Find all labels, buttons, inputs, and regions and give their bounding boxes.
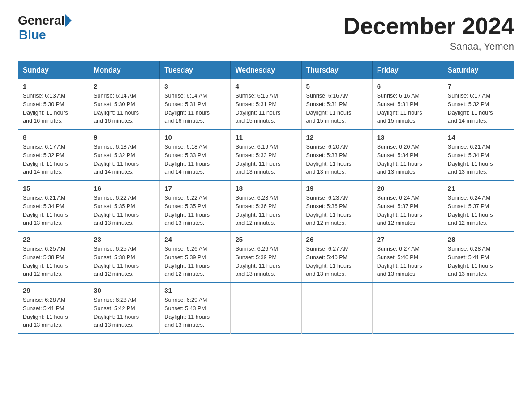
- day-cell: 15Sunrise: 6:21 AM Sunset: 5:34 PM Dayli…: [18, 180, 89, 231]
- day-cell: [372, 283, 443, 334]
- day-cell: 7Sunrise: 6:17 AM Sunset: 5:32 PM Daylig…: [443, 79, 514, 129]
- header-friday: Friday: [372, 62, 443, 79]
- week-row-3: 15Sunrise: 6:21 AM Sunset: 5:34 PM Dayli…: [18, 180, 514, 231]
- day-info: Sunrise: 6:25 AM Sunset: 5:38 PM Dayligh…: [94, 245, 155, 278]
- day-number: 12: [306, 133, 368, 141]
- day-info: Sunrise: 6:16 AM Sunset: 5:31 PM Dayligh…: [377, 92, 438, 125]
- day-cell: 11Sunrise: 6:19 AM Sunset: 5:33 PM Dayli…: [231, 129, 301, 180]
- day-number: 22: [23, 235, 84, 243]
- day-cell: 1Sunrise: 6:13 AM Sunset: 5:30 PM Daylig…: [18, 79, 89, 129]
- day-cell: 14Sunrise: 6:21 AM Sunset: 5:34 PM Dayli…: [443, 129, 514, 180]
- day-info: Sunrise: 6:21 AM Sunset: 5:34 PM Dayligh…: [23, 194, 84, 227]
- day-info: Sunrise: 6:27 AM Sunset: 5:40 PM Dayligh…: [377, 245, 438, 278]
- day-cell: 27Sunrise: 6:27 AM Sunset: 5:40 PM Dayli…: [372, 231, 443, 283]
- day-info: Sunrise: 6:18 AM Sunset: 5:32 PM Dayligh…: [94, 143, 155, 176]
- day-number: 8: [23, 133, 84, 141]
- day-cell: 28Sunrise: 6:28 AM Sunset: 5:41 PM Dayli…: [443, 231, 514, 283]
- day-cell: 24Sunrise: 6:26 AM Sunset: 5:39 PM Dayli…: [160, 231, 231, 283]
- day-number: 5: [306, 82, 368, 90]
- week-row-2: 8Sunrise: 6:17 AM Sunset: 5:32 PM Daylig…: [18, 129, 514, 180]
- day-number: 6: [377, 82, 438, 90]
- day-info: Sunrise: 6:24 AM Sunset: 5:37 PM Dayligh…: [377, 194, 438, 227]
- day-number: 7: [448, 82, 509, 90]
- header-wednesday: Wednesday: [231, 62, 301, 79]
- day-cell: 9Sunrise: 6:18 AM Sunset: 5:32 PM Daylig…: [89, 129, 160, 180]
- day-cell: 20Sunrise: 6:24 AM Sunset: 5:37 PM Dayli…: [372, 180, 443, 231]
- day-cell: 23Sunrise: 6:25 AM Sunset: 5:38 PM Dayli…: [89, 231, 160, 283]
- calendar-header: SundayMondayTuesdayWednesdayThursdayFrid…: [18, 62, 514, 79]
- calendar-subtitle: Sanaa, Yemen: [343, 41, 514, 52]
- day-number: 17: [164, 184, 226, 192]
- header-row: SundayMondayTuesdayWednesdayThursdayFrid…: [18, 62, 514, 79]
- day-number: 30: [94, 287, 155, 294]
- header-sunday: Sunday: [18, 62, 89, 79]
- day-cell: 31Sunrise: 6:29 AM Sunset: 5:43 PM Dayli…: [160, 283, 231, 334]
- day-cell: 29Sunrise: 6:28 AM Sunset: 5:41 PM Dayli…: [18, 283, 89, 334]
- day-cell: 26Sunrise: 6:27 AM Sunset: 5:40 PM Dayli…: [301, 231, 372, 283]
- day-cell: 3Sunrise: 6:14 AM Sunset: 5:31 PM Daylig…: [160, 79, 231, 129]
- day-cell: 17Sunrise: 6:22 AM Sunset: 5:35 PM Dayli…: [160, 180, 231, 231]
- day-info: Sunrise: 6:16 AM Sunset: 5:31 PM Dayligh…: [306, 92, 368, 125]
- day-number: 10: [164, 133, 226, 141]
- day-info: Sunrise: 6:20 AM Sunset: 5:34 PM Dayligh…: [377, 143, 438, 176]
- logo-general-text: General: [18, 13, 64, 28]
- day-number: 18: [235, 184, 296, 192]
- day-number: 23: [94, 235, 155, 243]
- header-monday: Monday: [89, 62, 160, 79]
- calendar-table: SundayMondayTuesdayWednesdayThursdayFrid…: [18, 61, 514, 334]
- day-cell: 4Sunrise: 6:15 AM Sunset: 5:31 PM Daylig…: [231, 79, 301, 129]
- day-number: 13: [377, 133, 438, 141]
- day-number: 29: [23, 287, 84, 294]
- day-number: 4: [235, 82, 296, 90]
- day-info: Sunrise: 6:20 AM Sunset: 5:33 PM Dayligh…: [306, 143, 368, 176]
- day-info: Sunrise: 6:14 AM Sunset: 5:30 PM Dayligh…: [94, 92, 155, 125]
- day-info: Sunrise: 6:19 AM Sunset: 5:33 PM Dayligh…: [235, 143, 296, 176]
- day-info: Sunrise: 6:24 AM Sunset: 5:37 PM Dayligh…: [448, 194, 509, 227]
- day-number: 27: [377, 235, 438, 243]
- week-row-4: 22Sunrise: 6:25 AM Sunset: 5:38 PM Dayli…: [18, 231, 514, 283]
- day-info: Sunrise: 6:13 AM Sunset: 5:30 PM Dayligh…: [23, 92, 84, 125]
- day-cell: 10Sunrise: 6:18 AM Sunset: 5:33 PM Dayli…: [160, 129, 231, 180]
- day-cell: 21Sunrise: 6:24 AM Sunset: 5:37 PM Dayli…: [443, 180, 514, 231]
- day-info: Sunrise: 6:28 AM Sunset: 5:42 PM Dayligh…: [94, 296, 155, 330]
- day-info: Sunrise: 6:22 AM Sunset: 5:35 PM Dayligh…: [94, 194, 155, 227]
- header-tuesday: Tuesday: [160, 62, 231, 79]
- day-cell: 18Sunrise: 6:23 AM Sunset: 5:36 PM Dayli…: [231, 180, 301, 231]
- week-row-1: 1Sunrise: 6:13 AM Sunset: 5:30 PM Daylig…: [18, 79, 514, 129]
- day-info: Sunrise: 6:28 AM Sunset: 5:41 PM Dayligh…: [23, 296, 84, 330]
- logo-arrow-icon: [65, 14, 72, 27]
- logo: General Blue: [18, 13, 72, 42]
- day-number: 11: [235, 133, 296, 141]
- day-cell: 16Sunrise: 6:22 AM Sunset: 5:35 PM Dayli…: [89, 180, 160, 231]
- day-info: Sunrise: 6:26 AM Sunset: 5:39 PM Dayligh…: [164, 245, 226, 278]
- day-info: Sunrise: 6:21 AM Sunset: 5:34 PM Dayligh…: [448, 143, 509, 176]
- day-cell: [231, 283, 301, 334]
- week-row-5: 29Sunrise: 6:28 AM Sunset: 5:41 PM Dayli…: [18, 283, 514, 334]
- day-info: Sunrise: 6:29 AM Sunset: 5:43 PM Dayligh…: [164, 296, 226, 330]
- day-number: 24: [164, 235, 226, 243]
- day-cell: 25Sunrise: 6:26 AM Sunset: 5:39 PM Dayli…: [231, 231, 301, 283]
- day-number: 9: [94, 133, 155, 141]
- header-thursday: Thursday: [301, 62, 372, 79]
- day-number: 16: [94, 184, 155, 192]
- day-info: Sunrise: 6:23 AM Sunset: 5:36 PM Dayligh…: [306, 194, 368, 227]
- calendar-body: 1Sunrise: 6:13 AM Sunset: 5:30 PM Daylig…: [18, 79, 514, 334]
- day-cell: 30Sunrise: 6:28 AM Sunset: 5:42 PM Dayli…: [89, 283, 160, 334]
- logo-blue-text: Blue: [19, 28, 72, 42]
- day-number: 21: [448, 184, 509, 192]
- day-number: 25: [235, 235, 296, 243]
- day-cell: 13Sunrise: 6:20 AM Sunset: 5:34 PM Dayli…: [372, 129, 443, 180]
- day-number: 20: [377, 184, 438, 192]
- page-header: General Blue December 2024 Sanaa, Yemen: [18, 13, 514, 52]
- day-info: Sunrise: 6:15 AM Sunset: 5:31 PM Dayligh…: [235, 92, 296, 125]
- day-number: 2: [94, 82, 155, 90]
- title-area: December 2024 Sanaa, Yemen: [343, 13, 514, 52]
- day-info: Sunrise: 6:25 AM Sunset: 5:38 PM Dayligh…: [23, 245, 84, 278]
- day-info: Sunrise: 6:28 AM Sunset: 5:41 PM Dayligh…: [448, 245, 509, 278]
- day-cell: 22Sunrise: 6:25 AM Sunset: 5:38 PM Dayli…: [18, 231, 89, 283]
- day-info: Sunrise: 6:14 AM Sunset: 5:31 PM Dayligh…: [164, 92, 226, 125]
- day-cell: [443, 283, 514, 334]
- day-number: 26: [306, 235, 368, 243]
- calendar-title: December 2024: [343, 13, 514, 39]
- day-cell: 5Sunrise: 6:16 AM Sunset: 5:31 PM Daylig…: [301, 79, 372, 129]
